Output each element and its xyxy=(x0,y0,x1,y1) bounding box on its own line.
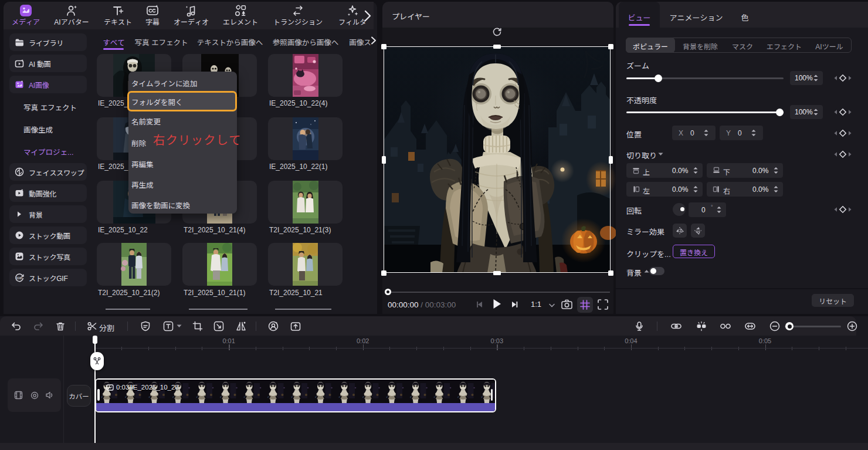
svg-text:GIF: GIF xyxy=(16,276,23,280)
